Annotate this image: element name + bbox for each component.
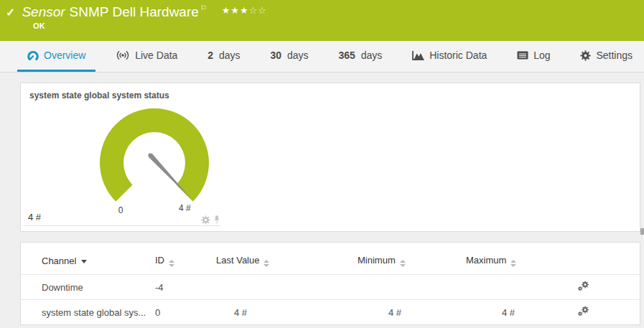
gauge-chart xyxy=(97,103,212,207)
gauge-icon xyxy=(27,50,39,61)
gauge-max-label: 4 # xyxy=(179,203,191,213)
col-header-minimum[interactable]: Minimum xyxy=(351,243,462,275)
channel-name[interactable]: system state global sys... xyxy=(21,300,155,325)
sort-desc-icon xyxy=(81,260,87,263)
sort-icon xyxy=(169,260,174,267)
historic-chart-icon xyxy=(412,51,424,60)
tab-number: 365 xyxy=(338,50,355,61)
tab-label: Settings xyxy=(596,50,633,61)
live-data-icon xyxy=(116,50,130,60)
channel-minimum xyxy=(351,275,462,300)
channel-maximum xyxy=(462,275,577,300)
tab-label: days xyxy=(361,50,383,61)
gauge-settings-icon[interactable] xyxy=(201,215,210,225)
sort-icon xyxy=(400,260,406,267)
col-header-actions xyxy=(577,243,640,275)
tab-label: Historic Data xyxy=(429,50,487,61)
tab-number: 2 xyxy=(207,50,213,61)
tab-365-days[interactable]: 365 days xyxy=(328,41,392,72)
tab-label: Log xyxy=(533,50,550,61)
scrollbar-nub[interactable] xyxy=(640,228,644,235)
sensor-status-header: ✓ SensorSNMP Dell Hardware⚐ ★★★☆☆ OK xyxy=(0,0,644,41)
stars-empty: ☆☆ xyxy=(249,5,267,16)
gauge-panel: system state global system status 0 4 # … xyxy=(20,83,640,232)
col-header-maximum[interactable]: Maximum xyxy=(462,243,577,275)
tab-label: days xyxy=(287,50,309,61)
tab-label: Live Data xyxy=(135,50,177,61)
col-header-channel[interactable]: Channel xyxy=(21,243,155,275)
gauge-min-label: 0 xyxy=(113,205,129,215)
tab-label: days xyxy=(219,50,241,61)
channel-minimum: 4 # xyxy=(351,300,462,325)
tab-2-days[interactable]: 2 days xyxy=(197,41,250,72)
tab-historic-data[interactable]: Historic Data xyxy=(402,41,497,72)
gauge-title: system state global system status xyxy=(29,90,169,100)
channels-table: Channel ID Last Value Minimum Maximum Do… xyxy=(21,243,640,324)
object-type-label: Sensor xyxy=(22,4,65,19)
col-header-id[interactable]: ID xyxy=(155,243,216,275)
gauge-cell-divider xyxy=(24,225,220,226)
channels-panel: Channel ID Last Value Minimum Maximum Do… xyxy=(20,242,640,325)
priority-stars[interactable]: ★★★☆☆ xyxy=(222,5,267,16)
channel-settings-icon[interactable] xyxy=(577,281,589,291)
sensor-name: SNMP Dell Hardware xyxy=(70,4,199,19)
gear-icon xyxy=(580,50,591,61)
channel-maximum: 4 # xyxy=(462,300,577,325)
channel-id: -4 xyxy=(155,275,216,300)
page-title: SensorSNMP Dell Hardware⚐ xyxy=(22,4,207,20)
sort-icon xyxy=(263,260,269,267)
ok-check-icon: ✓ xyxy=(6,6,15,19)
log-icon xyxy=(517,51,528,60)
priority-flag-icon[interactable]: ⚐ xyxy=(200,4,207,12)
gauge-arc xyxy=(100,108,209,202)
tab-label: Overview xyxy=(44,50,85,61)
tab-number: 30 xyxy=(270,50,281,61)
channel-settings-icon[interactable] xyxy=(577,306,589,317)
table-header-row: Channel ID Last Value Minimum Maximum xyxy=(21,243,640,275)
sort-icon xyxy=(510,260,516,267)
tab-30-days[interactable]: 30 days xyxy=(260,41,318,72)
tab-bar: Overview Live Data 2 days 30 days 365 da… xyxy=(0,41,644,72)
tab-overview[interactable]: Overview xyxy=(17,41,95,72)
stars-filled: ★★★ xyxy=(222,5,249,16)
channel-last-value: 4 # xyxy=(216,300,351,325)
table-row[interactable]: system state global sys... 0 4 # 4 # 4 # xyxy=(21,300,640,325)
status-badge: OK xyxy=(33,22,45,30)
channel-id: 0 xyxy=(155,300,216,325)
channel-name[interactable]: Downtime xyxy=(21,275,155,300)
pin-icon[interactable] xyxy=(213,215,220,225)
table-row[interactable]: Downtime -4 xyxy=(21,275,640,300)
tab-settings[interactable]: Settings xyxy=(570,41,643,72)
col-header-last-value[interactable]: Last Value xyxy=(216,243,351,275)
gauge-current-value: 4 # xyxy=(28,212,41,222)
channel-last-value xyxy=(216,275,351,300)
tab-log[interactable]: Log xyxy=(507,41,560,72)
tab-live-data[interactable]: Live Data xyxy=(106,41,187,72)
